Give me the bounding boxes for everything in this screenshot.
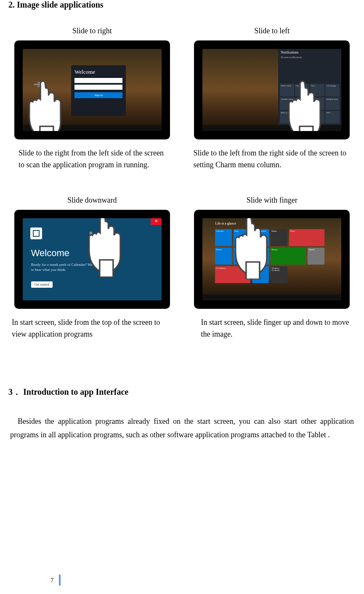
- slide-right-desc: Slide to the right from the left side of…: [8, 147, 176, 171]
- calendar-icon: [30, 227, 42, 239]
- slide-left-title: Slide to left: [189, 27, 356, 35]
- page-footer: 7: [50, 575, 61, 586]
- section-3-body: Besides the application programs already…: [8, 415, 356, 441]
- welcome-title: Welcome: [31, 248, 69, 259]
- start-tile: Project Spartan: [252, 229, 269, 246]
- qa-tile: Bluetooth: [295, 111, 309, 123]
- login-box: Welcome Sign in: [71, 65, 126, 116]
- arrow-updown-icon: ⬆⬇: [240, 233, 248, 265]
- taskbar: [202, 294, 341, 300]
- taskbar: [23, 125, 162, 131]
- arrow-right-icon: ➔: [34, 78, 42, 90]
- tile-group-header: Life at a glance: [215, 222, 236, 225]
- start-tile: Insider Hub: [252, 266, 269, 283]
- tablet-slide-right: Welcome Sign in ➔: [14, 40, 170, 139]
- notification-panel: Notifications No new notifications Table…: [278, 49, 341, 125]
- qa-tile: All settings: [325, 84, 340, 96]
- slide-right-col: Slide to right Welcome Sign in ➔ Slide t…: [8, 27, 176, 171]
- slide-left-col: Slide to left Notifications No new notif…: [189, 27, 356, 171]
- start-tile: Windows Feedback: [271, 266, 287, 283]
- page-number: 7: [50, 577, 54, 584]
- qa-tile: Note: [310, 84, 324, 96]
- qa-tile: WiFi: [325, 111, 340, 123]
- section-3-heading: 3． Introduction to app Interface: [8, 386, 356, 398]
- footer-accent-bar: [59, 575, 61, 586]
- login-signin-button: Sign in: [74, 92, 122, 98]
- login-field: [74, 85, 122, 90]
- slide-left-desc: Slide to the left from the right side of…: [189, 147, 356, 171]
- start-tile: News: [289, 229, 324, 246]
- start-tile: Get Started: [215, 266, 250, 283]
- tablet-slide-left: Notifications No new notifications Table…: [194, 40, 350, 139]
- qa-tile: Tablet mode: [280, 84, 294, 96]
- quick-actions: Tablet mode Connect Note All settings Ai…: [280, 84, 340, 123]
- close-icon: ✕: [151, 218, 162, 225]
- start-tile: Spotify: [308, 248, 324, 265]
- qa-tile: Battery saver: [280, 111, 294, 123]
- slide-finger-desc: In start screen, slide finger up and dow…: [189, 316, 356, 340]
- tablet-slide-down: ✕ Welcome Ready for a sneak peek of Cale…: [14, 210, 170, 309]
- notification-header: Notifications: [278, 49, 341, 56]
- section-2-heading: 2. Image slide applications: [8, 0, 356, 10]
- qa-tile: Connect: [295, 84, 309, 96]
- slide-down-col: Slide downward ✕ Welcome Ready for a sne…: [8, 196, 176, 340]
- qa-tile: VPN: [310, 111, 324, 123]
- taskbar: [202, 125, 341, 131]
- slide-down-desc: In start screen, slide from the top of t…: [8, 316, 176, 340]
- login-welcome-text: Welcome: [74, 69, 122, 75]
- start-tile: Music: [271, 229, 287, 246]
- start-tile: Search: [252, 248, 269, 265]
- start-tile: Calendar: [215, 229, 232, 246]
- tile-grid: Calendar Mail Project Spartan Music News…: [215, 229, 324, 283]
- slide-finger-col: Slide with finger Life at a glance Calen…: [189, 196, 356, 340]
- hand-icon: [23, 76, 69, 131]
- qa-tile: Rotation lock: [325, 97, 340, 110]
- slide-right-title: Slide to right: [8, 27, 176, 35]
- arrow-down-icon: ⬇: [87, 230, 95, 242]
- start-tile: Money: [271, 248, 306, 265]
- notification-subtext: No new notifications: [278, 56, 341, 61]
- qa-tile: Location: [310, 97, 324, 110]
- start-tile: Photos: [215, 248, 232, 265]
- tablet-slide-finger: Life at a glance Calendar Mail Project S…: [194, 210, 350, 309]
- slide-down-title: Slide downward: [8, 196, 176, 205]
- qa-tile: Quiet hours: [295, 97, 309, 110]
- slide-finger-title: Slide with finger: [189, 196, 356, 205]
- login-field: [74, 78, 122, 83]
- qa-tile: Airplane mode: [280, 97, 294, 110]
- get-started-button: Get started: [31, 281, 53, 288]
- welcome-text: Ready for a sneak peek of Calendar? We'r…: [31, 262, 107, 272]
